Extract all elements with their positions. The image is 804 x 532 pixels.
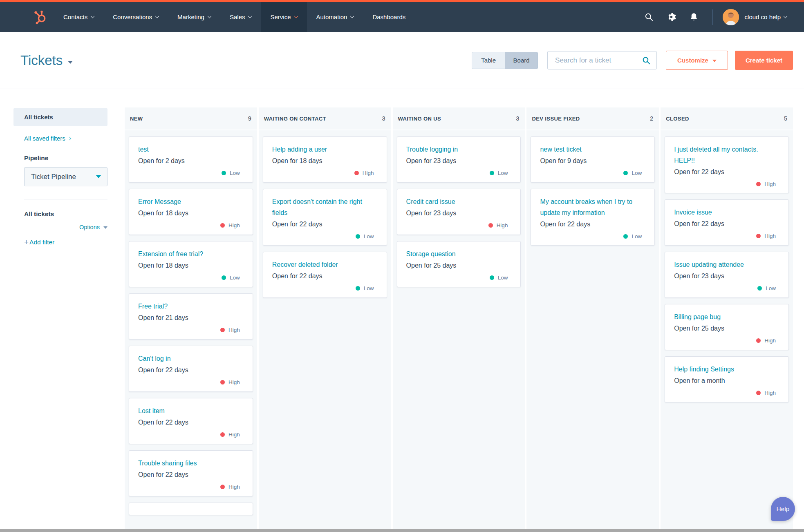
search-icon[interactable] [642,56,651,65]
sidebar-divider [24,199,107,199]
customize-button[interactable]: Customize [666,51,728,70]
nav-item-label: Contacts [63,13,87,20]
pipeline-label: Pipeline [24,154,125,162]
horizontal-scrollbar[interactable] [0,529,804,532]
avatar[interactable] [723,9,739,25]
add-filter-button[interactable]: + Add filter [24,238,54,246]
ticket-title-link[interactable]: Invoice issue [674,207,779,218]
ticket-title-link[interactable]: Trouble logging in [406,144,512,155]
ticket-card[interactable]: Help finding SettingsOpen for a monthHig… [665,356,789,402]
ticket-card[interactable]: Billing page bugOpen for 25 daysHigh [665,304,789,350]
board-column-new: NEW9testOpen for 2 daysLowError MessageO… [125,107,257,532]
ticket-title-link[interactable]: Help adding a user [272,144,378,155]
ticket-card[interactable]: Free trial?Open for 21 daysHigh [129,293,253,340]
nav-item-label: Dashboards [372,13,405,20]
ticket-card[interactable]: new test ticketOpen for 9 daysLow [531,136,655,183]
ticket-card[interactable]: Extension of free trial?Open for 18 days… [129,241,253,287]
customize-label: Customize [677,57,708,64]
priority-dot-icon [490,171,494,175]
ticket-title-link[interactable]: test [138,144,244,155]
ticket-card[interactable]: I just deleted all my contacts. HELP!!Op… [665,136,789,193]
table-view-button[interactable]: Table [472,52,505,69]
ticket-card-partial[interactable] [129,503,253,515]
pipeline-select[interactable]: Ticket Pipeline [24,167,107,186]
ticket-priority: Low [406,170,508,176]
ticket-open-duration: Open for 22 days [138,417,244,428]
nav-item-marketing[interactable]: Marketing [168,2,220,32]
priority-label: High [228,484,240,490]
ticket-card[interactable]: testOpen for 2 daysLow [129,136,253,183]
ticket-title-link[interactable]: Lost item [138,405,244,416]
column-header: WAITING ON US3 [393,107,525,130]
ticket-open-duration: Open for 22 days [272,270,378,282]
ticket-title-link[interactable]: My account breaks when I try to update m… [540,196,645,218]
nav-item-contacts[interactable]: Contacts [54,2,103,32]
ticket-card[interactable]: Issue updating attendeeOpen for 23 daysL… [665,252,789,298]
ticket-priority: Low [406,275,508,281]
caret-down-icon [712,60,717,62]
ticket-card[interactable]: Invoice issueOpen for 22 daysHigh [665,199,789,246]
ticket-card[interactable]: Help adding a userOpen for 18 daysHigh [263,136,387,183]
help-button[interactable]: Help [771,497,795,521]
ticket-card[interactable]: Trouble sharing filesOpen for 22 daysHig… [129,450,253,496]
ticket-card[interactable]: Recover deleted folderOpen for 22 daysLo… [263,252,387,298]
nav-divider [712,9,713,25]
nav-item-label: Service [270,13,291,20]
account-menu[interactable]: cloud co help [745,13,787,20]
notifications-bell-icon[interactable] [689,12,699,22]
main-nav: ContactsConversationsMarketingSalesServi… [0,2,804,32]
ticket-title-link[interactable]: Free trial? [138,301,244,312]
ticket-card[interactable]: My account breaks when I try to update m… [531,189,655,246]
ticket-title-link[interactable]: Export doesn't contain the right fields [272,196,378,218]
ticket-title-link[interactable]: Recover deleted folder [272,259,378,270]
ticket-title-link[interactable]: Issue updating attendee [674,259,779,270]
ticket-title-link[interactable]: Can't log in [138,353,244,364]
ticket-priority: Low [138,170,240,176]
ticket-title-link[interactable]: Credit card issue [406,196,512,207]
sidebar-item-all-tickets[interactable]: All tickets [13,108,107,126]
nav-item-service[interactable]: Service [261,2,307,32]
priority-label: Low [632,233,642,239]
create-ticket-button[interactable]: Create ticket [735,51,793,70]
ticket-title-link[interactable]: Error Message [138,196,244,207]
priority-dot-icon [756,338,761,343]
priority-label: High [764,233,776,239]
ticket-card[interactable]: Error MessageOpen for 18 daysHigh [129,189,253,235]
nav-item-label: Conversations [113,13,152,20]
nav-item-conversations[interactable]: Conversations [103,2,168,32]
ticket-priority: High [138,222,240,228]
board-view-button[interactable]: Board [505,52,537,69]
ticket-card[interactable]: Credit card issueOpen for 23 daysHigh [397,189,521,235]
ticket-title-link[interactable]: new test ticket [540,144,645,155]
settings-gear-icon[interactable] [667,12,676,22]
ticket-card[interactable]: Export doesn't contain the right fieldsO… [263,189,387,246]
priority-label: Low [230,275,240,281]
column-body: Trouble logging inOpen for 23 daysLowCre… [393,130,525,532]
ticket-title-link[interactable]: Billing page bug [674,311,779,322]
ticket-open-duration: Open for 22 days [540,219,645,230]
ticket-title-link[interactable]: Trouble sharing files [138,458,244,469]
column-header: CLOSED5 [661,107,793,130]
nav-item-automation[interactable]: Automation [307,2,363,32]
page-title-menu[interactable]: Tickets [20,53,73,68]
ticket-title-link[interactable]: I just deleted all my contacts. HELP!! [674,144,779,166]
nav-item-sales[interactable]: Sales [220,2,261,32]
ticket-title-link[interactable]: Storage question [406,248,512,259]
nav-item-dashboards[interactable]: Dashboards [363,2,415,32]
all-saved-filters-link[interactable]: All saved filters [24,135,71,142]
ticket-open-duration: Open for 22 days [138,469,244,480]
ticket-card[interactable]: Lost itemOpen for 22 daysHigh [129,398,253,444]
priority-dot-icon [354,171,359,175]
ticket-open-duration: Open for 22 days [272,219,378,230]
ticket-card[interactable]: Can't log inOpen for 22 daysHigh [129,346,253,392]
ticket-card[interactable]: Trouble logging inOpen for 23 daysLow [397,136,521,183]
column-header: DEV ISSUE FIXED2 [526,107,659,130]
ticket-title-link[interactable]: Help finding Settings [674,364,779,375]
ticket-card[interactable]: Storage questionOpen for 25 daysLow [397,241,521,287]
options-menu[interactable]: Options [24,224,107,230]
priority-label: High [764,181,776,187]
hubspot-sprocket-icon[interactable] [33,10,47,25]
ticket-search-input[interactable] [555,56,638,65]
search-icon[interactable] [644,12,654,22]
ticket-title-link[interactable]: Extension of free trial? [138,248,244,259]
